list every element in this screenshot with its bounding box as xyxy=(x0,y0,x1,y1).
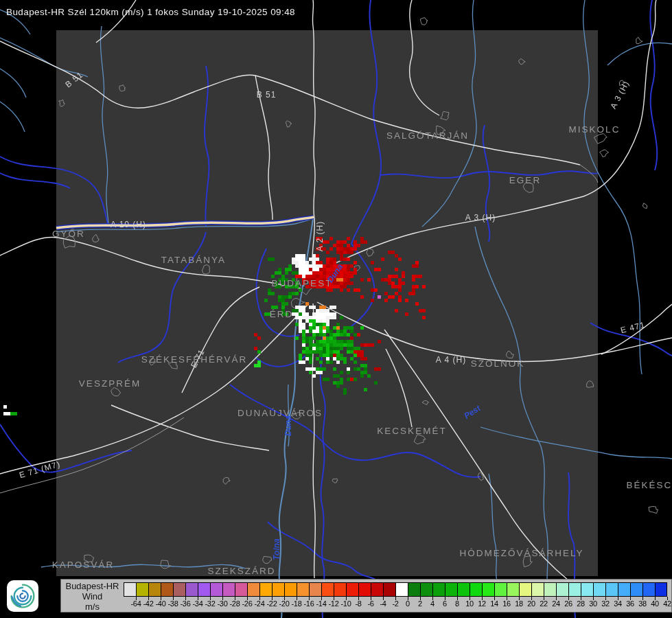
legend-tick-label: -40 xyxy=(156,599,166,608)
legend-tick-label: -34 xyxy=(193,599,203,608)
legend-swatch xyxy=(148,582,161,597)
legend-swatch xyxy=(519,582,531,597)
legend-tick-label: -42 xyxy=(143,599,154,608)
legend-swatch xyxy=(297,582,309,597)
legend-tick-label: 10 xyxy=(465,599,474,608)
legend-swatch xyxy=(408,582,420,597)
legend-tick-label: 36 xyxy=(626,599,634,608)
legend-swatch xyxy=(247,582,259,597)
legend-tick-label: 0 xyxy=(406,599,410,608)
legend-swatch xyxy=(371,582,383,597)
storm-spiral-logo xyxy=(7,580,38,612)
legend-title: Budapest-HR Wind m/s xyxy=(61,581,124,612)
radar-echoes xyxy=(0,0,672,618)
legend-swatch xyxy=(222,582,235,597)
legend-swatch xyxy=(531,582,544,597)
legend-swatch xyxy=(544,582,556,597)
legend-tick-label: -16 xyxy=(304,599,314,608)
legend-swatch xyxy=(556,582,568,597)
legend-swatch xyxy=(568,582,581,597)
legend-swatch xyxy=(259,582,272,597)
legend-product: Budapest-HR xyxy=(61,581,124,591)
legend-tick-label: 16 xyxy=(502,599,511,608)
legend-field: Wind xyxy=(61,591,124,602)
legend-tick-label: 18 xyxy=(515,599,523,608)
legend-tick-label: -30 xyxy=(218,599,228,608)
legend-swatch xyxy=(618,582,630,597)
legend-swatch xyxy=(334,582,346,597)
legend-tick-label: -18 xyxy=(292,599,302,608)
legend-swatch xyxy=(210,582,222,597)
legend-tick-label: -8 xyxy=(355,599,361,608)
legend-swatch xyxy=(358,582,371,597)
legend-tick-label: -64 xyxy=(131,599,141,608)
legend-tick-label: 14 xyxy=(490,599,498,608)
legend-tick-label: 6 xyxy=(443,599,447,608)
legend-swatch xyxy=(284,582,297,597)
legend-swatch xyxy=(321,582,334,597)
legend-swatch xyxy=(630,582,642,597)
legend-swatch xyxy=(235,582,247,597)
legend-swatch xyxy=(198,582,210,597)
legend-swatch xyxy=(309,582,321,597)
legend-tick-label: 42 xyxy=(663,599,671,608)
legend-tick-label: 12 xyxy=(478,599,486,608)
legend-swatch xyxy=(383,582,395,597)
legend-tick-label: -26 xyxy=(242,599,253,608)
legend-swatch xyxy=(593,582,605,597)
legend-box: Budapest-HR Wind m/s -64-42-40-38-36-34-… xyxy=(60,579,672,613)
legend-tick-label: -36 xyxy=(181,599,191,608)
legend-tick-label: -32 xyxy=(205,599,216,608)
legend-tick-label: -24 xyxy=(255,599,265,608)
legend-tick-label: -22 xyxy=(267,599,277,608)
legend-swatch xyxy=(655,582,667,597)
legend-tick-label: -6 xyxy=(367,599,373,608)
legend-tick-label: 34 xyxy=(614,599,622,608)
legend-swatch xyxy=(346,582,358,597)
legend-tick-label: 40 xyxy=(651,599,659,608)
legend-tick-label: -28 xyxy=(230,599,240,608)
legend-swatch xyxy=(432,582,445,597)
page-title: Budapest-HR Szél 120km (m/s) 1 fokos Sun… xyxy=(6,7,295,17)
legend-swatch xyxy=(457,582,470,597)
legend-unit: m/s xyxy=(61,602,124,612)
legend-swatch xyxy=(124,582,136,597)
storm-spiral-icon xyxy=(9,582,36,610)
legend-swatch xyxy=(482,582,494,597)
legend-swatch xyxy=(395,582,408,597)
legend-tick-label: -12 xyxy=(329,599,339,608)
legend-tick-label: -20 xyxy=(279,599,290,608)
legend-swatch xyxy=(470,582,482,597)
legend-swatch xyxy=(173,582,185,597)
legend-tick-label: 24 xyxy=(552,599,560,608)
legend-swatch xyxy=(642,582,655,597)
legend-swatch xyxy=(507,582,519,597)
legend-swatch xyxy=(161,582,173,597)
legend-swatch xyxy=(272,582,284,597)
legend-tick-label: 4 xyxy=(430,599,435,608)
legend-colorbar xyxy=(124,582,667,597)
legend-tick-label: 2 xyxy=(418,599,422,608)
legend-swatch xyxy=(185,582,198,597)
legend-numbers: -64-42-40-38-36-34-32-30-28-26-24-22-20-… xyxy=(124,599,672,609)
legend-tick-label: -14 xyxy=(316,599,327,608)
legend-swatch xyxy=(445,582,457,597)
legend-tick-label: 20 xyxy=(527,599,535,608)
legend-tick-label: 28 xyxy=(577,599,585,608)
legend-tick-label: -2 xyxy=(392,599,398,608)
legend-tick-label: -4 xyxy=(380,599,386,608)
radar-display: GYŐRSALGÓTARJÁNEGERMISKOLCTATABÁNYABUDAP… xyxy=(0,0,672,618)
legend-tick-label: 26 xyxy=(564,599,572,608)
legend-tick-label: 8 xyxy=(455,599,459,608)
legend-tick-label: -38 xyxy=(168,599,178,608)
legend-tick-label: 32 xyxy=(601,599,610,608)
legend-bar: Budapest-HR Wind m/s -64-42-40-38-36-34-… xyxy=(0,579,672,618)
legend-tick-label: 22 xyxy=(540,599,548,608)
legend-tick-label: 30 xyxy=(589,599,597,608)
legend-tick-label: 38 xyxy=(638,599,647,608)
legend-swatch xyxy=(420,582,432,597)
legend-swatch xyxy=(136,582,148,597)
legend-swatch xyxy=(494,582,507,597)
legend-swatch xyxy=(581,582,593,597)
legend-swatch xyxy=(605,582,618,597)
